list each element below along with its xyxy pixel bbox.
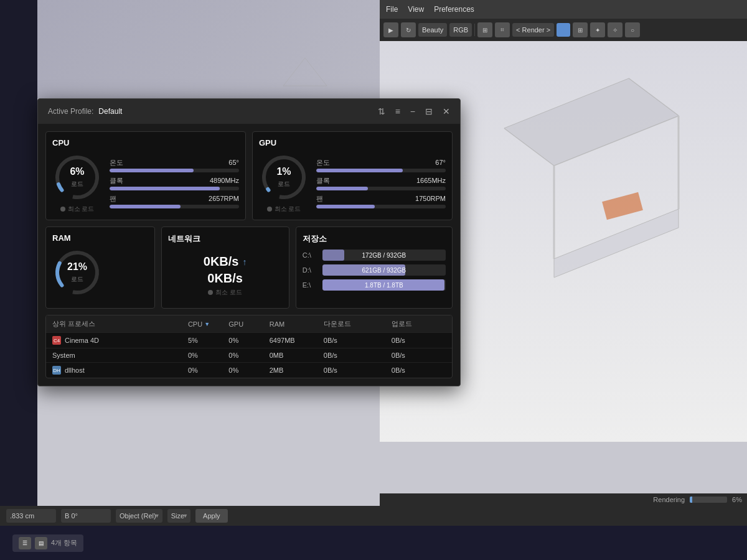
ram-panel: RAM 21% 로드 <box>45 226 155 309</box>
gpu-panel: GPU 1% 로드 <box>252 131 453 220</box>
toolbar-grid1[interactable]: ⊞ <box>477 22 492 37</box>
taskbar-icon: ☰ <box>19 537 31 549</box>
toolbar-rgb[interactable]: RGB <box>449 23 472 37</box>
td-down-1: 0B/s <box>324 352 392 359</box>
toolbar-accent <box>557 23 570 37</box>
thumbnail-area <box>37 0 380 98</box>
toolbar-star[interactable]: ✦ <box>590 22 605 37</box>
gpu-stats: 온도 67° 클록 1665MHz <box>316 158 446 208</box>
menu-view[interactable]: View <box>408 5 424 14</box>
b-value-input[interactable]: B 0° <box>61 509 111 523</box>
toolbar-star2[interactable]: ✧ <box>608 22 622 37</box>
gpu-load-label: 로드 <box>278 180 290 187</box>
value-input[interactable]: .833 cm <box>6 509 56 523</box>
gpu-gauge-container: 1% 로드 최소 로드 <box>259 152 309 213</box>
top-menubar: File View Preferences <box>380 0 747 19</box>
render-status-bar: Rendering 6% <box>380 493 747 506</box>
restore-btn[interactable]: ⊟ <box>425 106 433 116</box>
td-up-1: 0B/s <box>392 352 446 359</box>
th-ram: RAM <box>270 319 324 329</box>
gpu-fan-row: 팬 1750RPM <box>316 194 446 208</box>
hwmonitor-window: Active Profile: Default ⇅ ≡ − ⊟ ✕ CPU <box>37 98 461 386</box>
cpu-percent: 6% <box>70 166 84 177</box>
cpu-temp-label: 온도 <box>110 158 123 167</box>
td-gpu-1: 0% <box>228 352 269 359</box>
network-title: 네트워크 <box>168 233 283 245</box>
td-up-0: 0B/s <box>392 336 446 345</box>
network-min-dot <box>208 290 213 295</box>
menu-icon[interactable]: ≡ <box>395 106 400 116</box>
toolbar-beauty[interactable]: Beauty <box>418 23 447 37</box>
process-icon-0: C4 <box>52 336 61 345</box>
menu-preferences[interactable]: Preferences <box>434 5 474 14</box>
gpu-fan-label: 팬 <box>316 194 323 203</box>
size-dropdown[interactable]: Size ▼ <box>167 509 190 523</box>
drive-d-label: D:\ <box>303 266 317 274</box>
cpu-gauge: 6% 로드 <box>52 152 102 202</box>
apply-button[interactable]: Apply <box>195 509 228 523</box>
td-name-0: C4 Cinema 4D <box>52 336 188 345</box>
td-cpu-2: 0% <box>188 366 228 375</box>
cpu-stats: 온도 65° 클록 4890MHz <box>110 158 239 208</box>
cpu-clock-value: 4890MHz <box>210 177 239 184</box>
gpu-gauge: 1% 로드 <box>259 152 309 202</box>
ram-percent: 21% <box>67 261 87 273</box>
td-gpu-0: 0% <box>228 336 269 345</box>
network-panel: 네트워크 0KB/s ↑ 0KB/s 최소 로드 <box>161 226 289 309</box>
cpu-clock-row: 클록 4890MHz <box>110 176 239 190</box>
bottom-bar: .833 cm B 0° Object (Rel) ▼ Size ▼ Apply <box>0 506 747 526</box>
toolbar-circle[interactable]: ○ <box>625 22 640 37</box>
left-panel <box>0 0 37 560</box>
close-btn[interactable]: ✕ <box>443 106 450 116</box>
storage-title: 저장소 <box>303 233 446 245</box>
td-ram-0: 6497MB <box>270 336 324 345</box>
th-download: 다운로드 <box>324 319 392 329</box>
toolbar-render[interactable]: < Render > <box>512 23 554 37</box>
drive-c-bar: 172GB / 932GB <box>322 250 446 261</box>
gpu-clock-row: 클록 1665MHz <box>316 176 446 190</box>
render-pct: 6% <box>732 496 742 503</box>
drive-d-text: 621GB / 932GB <box>362 267 406 274</box>
drive-c-fill <box>322 250 345 261</box>
drive-e-row: E:\ 1.8TB / 1.8TB <box>303 279 446 291</box>
ram-title: RAM <box>52 233 148 243</box>
toolbar-play[interactable]: ▶ <box>383 22 398 37</box>
sort-arrow: ▼ <box>204 321 210 327</box>
cpu-panel: CPU 6% 로드 <box>45 131 246 220</box>
gpu-percent: 1% <box>276 166 291 177</box>
td-gpu-2: 0% <box>228 366 269 375</box>
toolbar-refresh[interactable]: ↻ <box>401 22 416 37</box>
cpu-temp-value: 65° <box>228 159 239 166</box>
gpu-min-dot <box>267 207 272 212</box>
render-label: Rendering <box>653 496 685 503</box>
menu-file[interactable]: File <box>386 5 398 14</box>
storage-panel: 저장소 C:\ 172GB / 932GB D:\ <box>296 226 453 309</box>
taskbar-item[interactable]: ☰ ▤ 4개 항목 <box>12 534 83 552</box>
sort-icon[interactable]: ⇅ <box>378 106 385 116</box>
cpu-fan-row: 팬 2657RPM <box>110 194 239 208</box>
td-down-0: 0B/s <box>324 336 392 345</box>
taskbar-count: 4개 항목 <box>51 538 77 548</box>
drive-d-bar: 621GB / 932GB <box>322 264 446 276</box>
th-cpu[interactable]: CPU ▼ <box>188 319 228 329</box>
gpu-temp-row: 온도 67° <box>316 158 446 172</box>
process-table: 상위 프로세스 CPU ▼ GPU RAM 다운로드 업로드 C4 Cinema… <box>45 315 453 378</box>
toolbar-crop[interactable]: ⌗ <box>495 22 510 37</box>
process-icon-2: DH <box>52 366 61 375</box>
drive-d-row: D:\ 621GB / 932GB <box>303 264 446 276</box>
toolbar: ▶ ↻ Beauty RGB ⊞ ⌗ < Render > ⊞ ✦ ✧ ○ <box>380 19 747 41</box>
td-up-2: 0B/s <box>392 366 446 375</box>
toolbar-grid2[interactable]: ⊞ <box>573 22 588 37</box>
object-rel-dropdown[interactable]: Object (Rel) ▼ <box>116 509 162 523</box>
cpu-load-label: 로드 <box>71 180 83 187</box>
cpu-min-dot <box>60 207 65 212</box>
table-header: 상위 프로세스 CPU ▼ GPU RAM 다운로드 업로드 <box>46 315 452 332</box>
taskbar: ☰ ▤ 4개 항목 <box>0 526 747 560</box>
td-ram-1: 0MB <box>270 352 324 359</box>
drive-e-bar: 1.8TB / 1.8TB <box>322 279 446 291</box>
cpu-fan-label: 팬 <box>110 194 116 203</box>
td-ram-2: 2MB <box>270 366 324 375</box>
minimize-btn[interactable]: − <box>410 106 415 116</box>
taskbar-icon2: ▤ <box>35 537 47 549</box>
network-download: 0KB/s <box>207 271 243 286</box>
